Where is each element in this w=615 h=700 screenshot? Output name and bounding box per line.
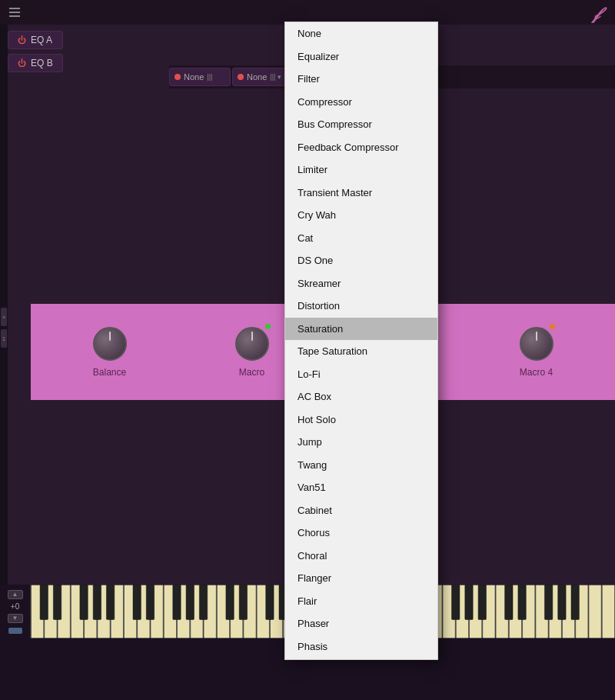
svg-rect-50 bbox=[146, 585, 154, 620]
dropdown-item-equalizer[interactable]: Equalizer bbox=[285, 45, 437, 68]
svg-rect-45 bbox=[53, 585, 61, 620]
eq-a-label: EQ A bbox=[31, 35, 52, 45]
macro-balance: Balance bbox=[46, 327, 173, 378]
svg-rect-66 bbox=[452, 585, 460, 620]
svg-rect-54 bbox=[226, 585, 234, 620]
svg-rect-70 bbox=[518, 585, 526, 620]
power-dot-1 bbox=[175, 74, 181, 80]
dropdown-item-distortion[interactable]: Distortion bbox=[285, 295, 437, 318]
svg-rect-72 bbox=[558, 585, 566, 620]
svg-rect-48 bbox=[106, 585, 114, 620]
menu-icon[interactable] bbox=[9, 8, 20, 17]
dropdown-item-lo-fi[interactable]: Lo-Fi bbox=[285, 363, 437, 386]
logo: 𝒻 bbox=[594, 4, 600, 24]
effect-slot-2-label: None bbox=[247, 72, 267, 82]
dropdown-item-flanger[interactable]: Flanger bbox=[285, 567, 437, 590]
svg-rect-68 bbox=[478, 585, 486, 620]
scroll-up-button[interactable]: ▲ bbox=[8, 590, 23, 599]
svg-rect-69 bbox=[505, 585, 513, 620]
dropdown-item-filter[interactable]: Filter bbox=[285, 68, 437, 91]
dropdown-list: NoneEqualizerFilterCompressorBus Compres… bbox=[285, 22, 437, 660]
dropdown-item-cry-wah[interactable]: Cry Wah bbox=[285, 204, 437, 227]
effect-slot-1-label: None bbox=[184, 72, 204, 82]
svg-rect-73 bbox=[571, 585, 579, 620]
dropdown-item-chorus[interactable]: Chorus bbox=[285, 522, 437, 545]
dropdown-item-ac-box[interactable]: AC Box bbox=[285, 385, 437, 408]
svg-rect-43 bbox=[602, 585, 614, 638]
svg-rect-42 bbox=[589, 585, 601, 638]
effects-dropdown: NoneEqualizerFilterCompressorBus Compres… bbox=[284, 22, 438, 660]
dropdown-item-ds-one[interactable]: DS One bbox=[285, 249, 437, 272]
dropdown-item-compressor[interactable]: Compressor bbox=[285, 91, 437, 114]
dropdown-item-cat[interactable]: Cat bbox=[285, 227, 437, 250]
svg-rect-49 bbox=[133, 585, 141, 620]
dropdown-item-limiter[interactable]: Limiter bbox=[285, 158, 437, 182]
macro2-knob[interactable] bbox=[235, 327, 269, 361]
dropdown-item-flair[interactable]: Flair bbox=[285, 590, 437, 613]
dropdown-item-transient-master[interactable]: Transient Master bbox=[285, 182, 437, 205]
dropdown-item-bus-compressor[interactable]: Bus Compressor bbox=[285, 113, 437, 136]
pitch-display: +0 bbox=[11, 602, 19, 611]
dropdown-item-phaser[interactable]: Phaser bbox=[285, 612, 437, 635]
svg-rect-51 bbox=[173, 585, 181, 620]
macro-4: Macro 4 bbox=[473, 327, 600, 378]
dropdown-item-skreamer[interactable]: Skreamer bbox=[285, 272, 437, 295]
svg-rect-47 bbox=[93, 585, 101, 620]
power-icon-a: ⏻ bbox=[18, 35, 26, 45]
bars-icon-2: ||| ▾ bbox=[270, 73, 281, 81]
svg-rect-53 bbox=[199, 585, 207, 620]
eq-b-button[interactable]: ⏻ EQ B bbox=[8, 54, 63, 72]
svg-rect-44 bbox=[40, 585, 48, 620]
macro2-label: Macro bbox=[239, 367, 264, 378]
svg-rect-56 bbox=[266, 585, 274, 620]
svg-rect-71 bbox=[544, 585, 552, 620]
dropdown-item-none[interactable]: None bbox=[285, 22, 437, 45]
dropdown-item-hot-solo[interactable]: Hot Solo bbox=[285, 408, 437, 432]
effect-slot-1[interactable]: None ||| bbox=[169, 68, 231, 86]
svg-rect-52 bbox=[186, 585, 194, 620]
dropdown-item-feedback-compressor[interactable]: Feedback Compressor bbox=[285, 136, 437, 159]
sidebar-button-1[interactable]: × bbox=[1, 308, 7, 326]
dropdown-item-phasis[interactable]: Phasis bbox=[285, 635, 437, 658]
piano-sidebar: ▲ +0 ▼ bbox=[0, 585, 31, 638]
scroll-down-button[interactable]: ▼ bbox=[8, 614, 23, 623]
dropdown-item-choral[interactable]: Choral bbox=[285, 545, 437, 568]
balance-label: Balance bbox=[93, 367, 126, 378]
dropdown-item-jump[interactable]: Jump bbox=[285, 431, 437, 454]
sidebar-button-2[interactable]: 1 bbox=[1, 329, 7, 348]
svg-rect-55 bbox=[239, 585, 247, 620]
dropdown-item-rotator[interactable]: Rotator bbox=[285, 658, 437, 660]
dropdown-item-cabinet[interactable]: Cabinet bbox=[285, 499, 437, 522]
eq-panel: ⏻ EQ A ⏻ EQ B bbox=[8, 31, 63, 72]
eq-b-label: EQ B bbox=[31, 58, 53, 68]
power-icon-b: ⏻ bbox=[18, 58, 26, 68]
bars-icon-1: ||| bbox=[207, 73, 212, 81]
dropdown-item-tape-saturation[interactable]: Tape Saturation bbox=[285, 340, 437, 363]
balance-knob[interactable] bbox=[93, 327, 127, 361]
dropdown-item-twang[interactable]: Twang bbox=[285, 454, 437, 477]
svg-rect-67 bbox=[465, 585, 473, 620]
dropdown-item-van51[interactable]: Van51 bbox=[285, 476, 437, 499]
svg-rect-46 bbox=[80, 585, 88, 620]
macro4-knob[interactable] bbox=[520, 327, 554, 361]
eq-a-button[interactable]: ⏻ EQ A bbox=[8, 31, 63, 49]
macro4-label: Macro 4 bbox=[520, 367, 553, 378]
power-dot-2 bbox=[238, 74, 244, 80]
dropdown-item-saturation[interactable]: Saturation bbox=[285, 318, 437, 341]
